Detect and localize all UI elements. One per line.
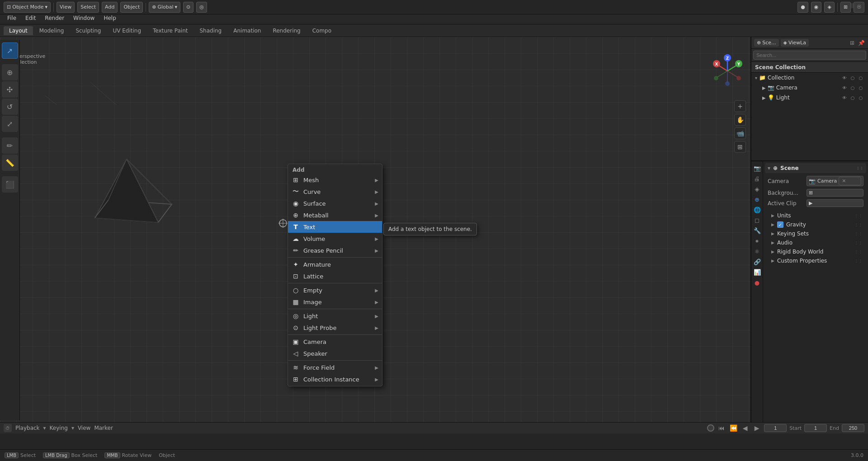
prop-world-tab[interactable]: 🌐: [752, 205, 762, 215]
ctx-volume[interactable]: ☁ Volume ▶: [288, 233, 382, 245]
ctx-armature[interactable]: ✦ Armature: [288, 259, 382, 270]
metaball-icon: ⊕: [292, 211, 300, 219]
prop-modifiers-tab[interactable]: 🔧: [752, 226, 762, 235]
menu-help[interactable]: Help: [100, 14, 119, 22]
tab-rendering[interactable]: Rendering: [267, 26, 306, 35]
custom-properties-section[interactable]: ▶ Custom Properties ⋮⋮: [765, 256, 866, 265]
audio-section[interactable]: ▶ Audio ⋮⋮: [765, 238, 866, 247]
step-back-button[interactable]: ⏪: [729, 423, 738, 433]
add-cube-tool[interactable]: ⬛: [2, 176, 18, 193]
3d-viewport[interactable]: User Perspective (1) Collection: [0, 37, 750, 422]
collection-visibility[interactable]: 👁: [841, 74, 848, 81]
tab-uv-editing[interactable]: UV Editing: [107, 26, 146, 35]
zoom-in-button[interactable]: +: [734, 100, 746, 112]
camera-render[interactable]: ○: [857, 84, 864, 91]
tab-layout[interactable]: Layout: [4, 26, 33, 35]
ctx-speaker[interactable]: ◁ Speaker: [288, 348, 382, 359]
outliner-search[interactable]: [753, 51, 866, 60]
ctx-force-field[interactable]: ≋ Force Field ▶: [288, 362, 382, 373]
tab-compositing[interactable]: Compo: [307, 26, 337, 35]
gravity-checkbox[interactable]: ✓: [777, 221, 783, 228]
prop-physics-tab[interactable]: ⚛: [752, 246, 762, 256]
active-clip-value-field[interactable]: ▶: [807, 199, 863, 207]
prop-view-layer-tab[interactable]: ◈: [752, 184, 762, 194]
prop-render-tab[interactable]: 📷: [752, 163, 762, 173]
outliner-collection[interactable]: ▾ 📁 Collection 👁 ○ ○: [751, 73, 868, 83]
light-visibility[interactable]: 👁: [841, 94, 848, 101]
gravity-dots: ⋮⋮: [854, 223, 863, 227]
background-value-field[interactable]: ⊞: [807, 189, 863, 197]
tab-texture-paint[interactable]: Texture Paint: [147, 26, 193, 35]
ctx-camera[interactable]: ▣ Camera: [288, 336, 382, 348]
prop-scene-tab[interactable]: ⊕: [752, 194, 762, 204]
prop-material-tab[interactable]: ●: [752, 278, 762, 287]
zoom-out-button[interactable]: ✋: [734, 114, 746, 126]
play-reverse-button[interactable]: ◀: [741, 423, 750, 433]
cursor-tool[interactable]: ⊕: [2, 64, 18, 80]
rigid-body-world-section[interactable]: ▶ Rigid Body World ⋮⋮: [765, 247, 866, 256]
prop-object-tab[interactable]: ◻: [752, 215, 762, 225]
prop-data-tab[interactable]: 📊: [752, 267, 762, 277]
menu-edit[interactable]: Edit: [22, 14, 39, 22]
ctx-empty[interactable]: ○ Empty ▶: [288, 284, 382, 296]
scene-section-header[interactable]: ▾ ⊕ Scene ⋮⋮: [765, 163, 866, 173]
filter-icon[interactable]: ⊞: [848, 39, 856, 47]
scene-tab[interactable]: ⊕ Sce...: [754, 39, 779, 47]
outliner-light[interactable]: ▶ 💡 Light 👁 ○ ○: [751, 93, 868, 103]
tab-modeling[interactable]: Modeling: [34, 26, 70, 35]
record-button[interactable]: [707, 424, 714, 432]
prop-output-tab[interactable]: 🖨: [752, 174, 762, 183]
annotate-tool[interactable]: ✏: [2, 137, 18, 154]
ctx-lattice[interactable]: ⊡ Lattice: [288, 270, 382, 282]
tab-animation[interactable]: Animation: [228, 26, 266, 35]
grid-view-button[interactable]: ⊞: [734, 141, 746, 153]
light-render[interactable]: ○: [857, 94, 864, 101]
keying-sets-section[interactable]: ▶ Keying Sets ⋮⋮: [765, 229, 866, 238]
ctx-surface[interactable]: ◉ Surface ▶: [288, 198, 382, 209]
ctx-collection-instance[interactable]: ⊞ Collection Instance ▶: [288, 373, 382, 385]
marker-menu[interactable]: Marker: [94, 425, 113, 431]
ctx-light-probe[interactable]: ⊙ Light Probe ▶: [288, 322, 382, 334]
scale-tool[interactable]: ⤢: [2, 116, 18, 132]
ctx-metaball[interactable]: ⊕ Metaball ▶: [288, 209, 382, 221]
tab-shading[interactable]: Shading: [194, 26, 227, 35]
collection-render[interactable]: ○: [857, 74, 864, 81]
pin-icon[interactable]: 📌: [857, 39, 865, 47]
end-frame-input[interactable]: [842, 424, 864, 432]
timeline-icon[interactable]: ⏱: [4, 424, 12, 432]
prop-constraints-tab[interactable]: 🔗: [752, 257, 762, 267]
ctx-curve[interactable]: 〜 Curve ▶: [288, 186, 382, 198]
jump-start-button[interactable]: ⏮: [717, 423, 726, 433]
units-section[interactable]: ▶ Units ⋮⋮: [765, 211, 866, 220]
ctx-light[interactable]: ◎ Light ▶: [288, 310, 382, 322]
camera-value-field[interactable]: 📷 Camera ✕: [807, 176, 863, 186]
camera-clear-btn[interactable]: ✕: [839, 177, 861, 185]
camera-view-button[interactable]: 📹: [734, 127, 746, 139]
keying-menu[interactable]: Keying: [50, 425, 68, 431]
menu-window[interactable]: Window: [70, 14, 98, 22]
measure-tool[interactable]: 📏: [2, 155, 18, 171]
ctx-grease-pencil[interactable]: ✏ Grease Pencil ▶: [288, 245, 382, 256]
light-viewport[interactable]: ○: [849, 94, 856, 101]
gravity-section[interactable]: ▶ ✓ Gravity ⋮⋮: [765, 220, 866, 229]
stop-button[interactable]: ▶: [752, 423, 761, 433]
viewlayer-tab[interactable]: ◈ ViewLa: [781, 39, 809, 47]
camera-viewport[interactable]: ○: [849, 84, 856, 91]
playback-menu[interactable]: Playback: [15, 425, 40, 431]
ctx-text[interactable]: T Text: [288, 221, 382, 233]
select-tool[interactable]: ↗: [2, 42, 18, 59]
tab-sculpting[interactable]: Sculpting: [70, 26, 106, 35]
menu-file[interactable]: File: [4, 14, 20, 22]
camera-visibility[interactable]: 👁: [841, 84, 848, 91]
ctx-mesh[interactable]: ⊞ Mesh ▶: [288, 174, 382, 186]
current-frame-input[interactable]: [764, 424, 787, 432]
timeline-view-menu[interactable]: View: [78, 425, 90, 431]
start-frame-input[interactable]: [804, 424, 827, 432]
ctx-image[interactable]: ▦ Image ▶: [288, 296, 382, 308]
menu-render[interactable]: Render: [41, 14, 68, 22]
outliner-camera[interactable]: ▶ 📷 Camera 👁 ○ ○: [751, 83, 868, 93]
collection-viewport[interactable]: ○: [849, 74, 856, 81]
rotate-tool[interactable]: ↺: [2, 99, 18, 115]
move-tool[interactable]: ✣: [2, 81, 18, 98]
prop-particles-tab[interactable]: ⁕: [752, 236, 762, 246]
